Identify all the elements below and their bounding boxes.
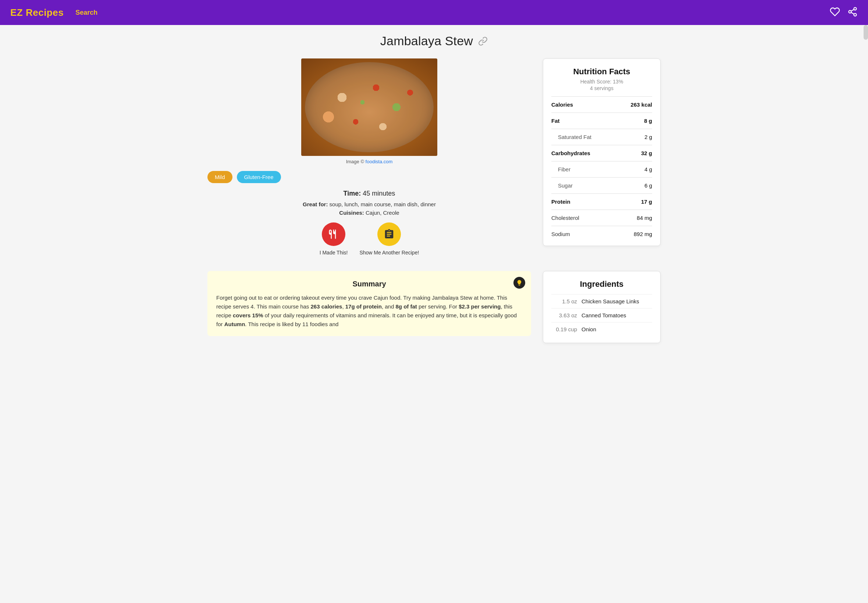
summary-title: Summary	[216, 280, 522, 288]
nutrition-value: 4 g	[644, 166, 652, 172]
ingredient-row: 0.19 cupOnion	[551, 322, 652, 336]
nutrition-value: 2 g	[644, 134, 652, 140]
ingredient-name: Canned Tomatoes	[582, 312, 626, 319]
app-logo[interactable]: EZ Recipes	[10, 7, 63, 19]
nutrition-value: 8 g	[644, 118, 652, 124]
time-line: Time: 45 minutes	[207, 190, 531, 198]
nutrition-row: Calories263 kcal	[551, 100, 652, 110]
lightbulb-icon[interactable]	[514, 277, 525, 289]
summary-box: Summary Forget going out to eat or order…	[207, 271, 531, 336]
great-for-line: Great for: soup, lunch, main course, mai…	[207, 201, 531, 207]
nutrition-row: Cholesterol84 mg	[551, 213, 652, 223]
nutrition-label: Sodium	[551, 231, 570, 237]
nutrition-rows: Calories263 kcalFat8 gSaturated Fat2 gCa…	[551, 100, 652, 239]
tag-mild: Mild	[207, 171, 232, 183]
ingredient-amount: 0.19 cup	[551, 326, 577, 332]
link-icon[interactable]	[478, 36, 488, 46]
clipboard-icon	[378, 223, 401, 246]
nutrition-label: Fiber	[551, 166, 571, 172]
nutrition-label: Cholesterol	[551, 215, 579, 221]
nutrition-box: Nutrition Facts Health Score: 13% 4 serv…	[543, 59, 661, 246]
ingredient-amount: 1.5 oz	[551, 298, 577, 305]
svg-point-1	[849, 11, 851, 13]
nutrition-row: Sodium892 mg	[551, 229, 652, 239]
ingredient-row: 3.63 ozCanned Tomatoes	[551, 308, 652, 322]
ingredient-name: Onion	[582, 326, 596, 332]
left-column: Image © foodista.com Mild Gluten-Free Ti…	[207, 59, 531, 259]
page-title: Jambalaya Stew	[380, 34, 473, 48]
search-nav-link[interactable]: Search	[76, 9, 97, 17]
nutrition-title: Nutrition Facts	[551, 67, 652, 76]
nutrition-row: Fiber4 g	[551, 164, 652, 174]
ingredient-row: 1.5 ozChicken Sausage Links	[551, 294, 652, 308]
content-row: Image © foodista.com Mild Gluten-Free Ti…	[207, 59, 661, 259]
heart-icon[interactable]	[830, 7, 840, 19]
nutrition-servings: 4 servings	[551, 85, 652, 91]
svg-point-2	[854, 14, 857, 16]
i-made-this-button[interactable]: I Made This!	[320, 223, 348, 255]
nutrition-row: Fat8 g	[551, 116, 652, 126]
nutrition-label: Sugar	[551, 182, 572, 189]
image-credit-link[interactable]: foodista.com	[365, 159, 393, 164]
ingredient-amount: 3.63 oz	[551, 312, 577, 319]
nutrition-label: Carbohydrates	[551, 150, 590, 156]
nutrition-row: Protein17 g	[551, 197, 652, 207]
cuisines-line: Cuisines: Cajun, Creole	[207, 210, 531, 216]
tags-row: Mild Gluten-Free	[207, 171, 531, 183]
nutrition-label: Calories	[551, 102, 573, 108]
main-content: Jambalaya Stew Image © foodista.com	[199, 25, 669, 358]
right-column: Nutrition Facts Health Score: 13% 4 serv…	[543, 59, 661, 246]
recipe-image	[301, 59, 437, 156]
image-credit: Image © foodista.com	[346, 159, 393, 164]
nutrition-value: 263 kcal	[631, 102, 652, 108]
ingredients-box: Ingredients 1.5 ozChicken Sausage Links3…	[543, 271, 661, 343]
summary-text: Forget going out to eat or ordering take…	[216, 294, 522, 329]
action-row: I Made This! Show Me Another Recipe!	[207, 223, 531, 255]
share-icon[interactable]	[847, 7, 858, 19]
nutrition-health-score: Health Score: 13%	[551, 79, 652, 85]
fork-knife-icon	[322, 223, 345, 246]
nutrition-value: 17 g	[641, 199, 652, 205]
nutrition-value: 84 mg	[637, 215, 652, 221]
image-section: Image © foodista.com	[207, 59, 531, 164]
nutrition-label: Fat	[551, 118, 560, 124]
ingredient-name: Chicken Sausage Links	[582, 298, 639, 305]
show-another-button[interactable]: Show Me Another Recipe!	[359, 223, 419, 255]
title-row: Jambalaya Stew	[207, 34, 661, 48]
header-right-icons	[830, 7, 858, 19]
nutrition-value: 892 mg	[634, 231, 652, 237]
nutrition-row: Sugar6 g	[551, 181, 652, 190]
svg-line-4	[851, 9, 854, 11]
recipe-info-block: Time: 45 minutes Great for: soup, lunch,…	[207, 190, 531, 216]
nutrition-value: 6 g	[644, 182, 652, 189]
nutrition-label: Saturated Fat	[551, 134, 591, 140]
ingredients-title: Ingredients	[551, 280, 652, 289]
nutrition-value: 32 g	[641, 150, 652, 156]
tag-gluten-free: Gluten-Free	[237, 171, 281, 183]
svg-point-0	[854, 7, 857, 10]
nutrition-row: Carbohydrates32 g	[551, 148, 652, 158]
nutrition-label: Protein	[551, 199, 571, 205]
bottom-row: Summary Forget going out to eat or order…	[207, 271, 661, 343]
scrollbar[interactable]	[863, 25, 868, 40]
nutrition-row: Saturated Fat2 g	[551, 132, 652, 142]
ingredients-list: 1.5 ozChicken Sausage Links3.63 ozCanned…	[551, 294, 652, 336]
app-header: EZ Recipes Search	[0, 0, 868, 25]
svg-line-3	[851, 12, 854, 14]
